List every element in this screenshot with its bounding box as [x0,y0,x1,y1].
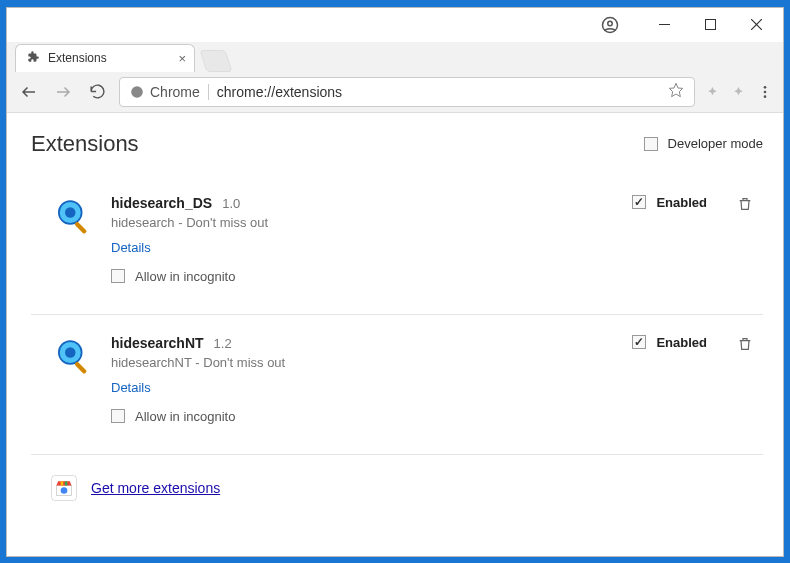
extension-row: hidesearch_DS 1.0 hidesearch - Don't mis… [31,175,763,315]
window-titlebar [7,8,783,42]
menu-icon[interactable] [757,84,773,100]
bookmark-star-icon[interactable] [668,82,684,101]
svg-point-12 [65,207,76,218]
tab-title: Extensions [48,51,107,65]
extension-row: hidesearchNT 1.2 hidesearchNT - Don't mi… [31,315,763,455]
extension-body: hidesearch_DS 1.0 hidesearch - Don't mis… [111,195,614,284]
svg-marker-7 [669,83,682,96]
page-title: Extensions [31,131,139,157]
profile-icon[interactable] [587,10,633,40]
details-link[interactable]: Details [111,240,614,255]
svg-rect-20 [65,481,68,485]
get-more-extensions-link[interactable]: Get more extensions [91,480,220,496]
toolbar-area: Extensions × Chrome chrome://extensions [7,42,783,113]
enabled-checkbox[interactable] [632,195,646,209]
svg-point-1 [608,21,613,26]
toolbar-icon-1[interactable] [705,84,721,100]
enabled-toggle[interactable]: Enabled [632,335,707,350]
browser-window: Extensions × Chrome chrome://extensions [6,7,784,557]
extension-name: hidesearch_DS [111,195,212,211]
remove-extension-button[interactable] [737,195,753,213]
puzzle-icon [26,50,40,67]
svg-rect-16 [74,361,87,374]
reload-button[interactable] [85,78,109,106]
svg-point-6 [131,86,143,98]
enabled-label: Enabled [656,195,707,210]
web-store-icon [51,475,77,501]
enabled-label: Enabled [656,335,707,350]
developer-mode-label: Developer mode [668,136,763,151]
developer-mode-checkbox[interactable] [644,137,658,151]
extension-controls: Enabled [632,335,753,424]
enabled-toggle[interactable]: Enabled [632,195,707,210]
get-more-row: Get more extensions [31,455,763,521]
window-minimize-button[interactable] [641,10,687,40]
window-close-button[interactable] [733,10,779,40]
extension-version: 1.2 [214,336,232,351]
svg-rect-13 [74,221,87,234]
allow-incognito-toggle[interactable]: Allow in incognito [111,269,614,284]
allow-incognito-label: Allow in incognito [135,409,235,424]
svg-point-8 [764,86,767,89]
forward-button[interactable] [51,78,75,106]
allow-incognito-toggle[interactable]: Allow in incognito [111,409,614,424]
toolbar-icon-2[interactable] [731,84,747,100]
new-tab-button[interactable] [199,50,232,72]
svg-rect-3 [705,20,715,30]
svg-point-10 [764,95,767,98]
extension-controls: Enabled [632,195,753,284]
extension-icon [51,335,93,377]
remove-extension-button[interactable] [737,335,753,353]
extension-body: hidesearchNT 1.2 hidesearchNT - Don't mi… [111,335,614,424]
extension-version: 1.0 [222,196,240,211]
svg-point-15 [65,347,76,358]
navigation-toolbar: Chrome chrome://extensions [7,72,783,112]
window-maximize-button[interactable] [687,10,733,40]
page-content: Extensions Developer mode hidesearch_DS … [7,113,783,556]
enabled-checkbox[interactable] [632,335,646,349]
svg-rect-19 [61,481,64,485]
omnibox-scheme-chip: Chrome [130,84,209,100]
developer-mode-toggle[interactable]: Developer mode [644,136,763,151]
back-button[interactable] [17,78,41,106]
allow-incognito-label: Allow in incognito [135,269,235,284]
allow-incognito-checkbox[interactable] [111,269,125,283]
header-row: Extensions Developer mode [31,131,763,157]
allow-incognito-checkbox[interactable] [111,409,125,423]
chrome-icon [130,85,144,99]
address-bar[interactable]: Chrome chrome://extensions [119,77,695,107]
svg-point-18 [61,487,68,494]
tab-close-icon[interactable]: × [178,51,186,66]
extension-description: hidesearch - Don't miss out [111,215,614,230]
extension-icon [51,195,93,237]
browser-tab[interactable]: Extensions × [15,44,195,72]
details-link[interactable]: Details [111,380,614,395]
omnibox-url: chrome://extensions [217,84,342,100]
extension-description: hidesearchNT - Don't miss out [111,355,614,370]
svg-point-9 [764,90,767,93]
tab-strip: Extensions × [7,42,783,72]
extension-name: hidesearchNT [111,335,204,351]
